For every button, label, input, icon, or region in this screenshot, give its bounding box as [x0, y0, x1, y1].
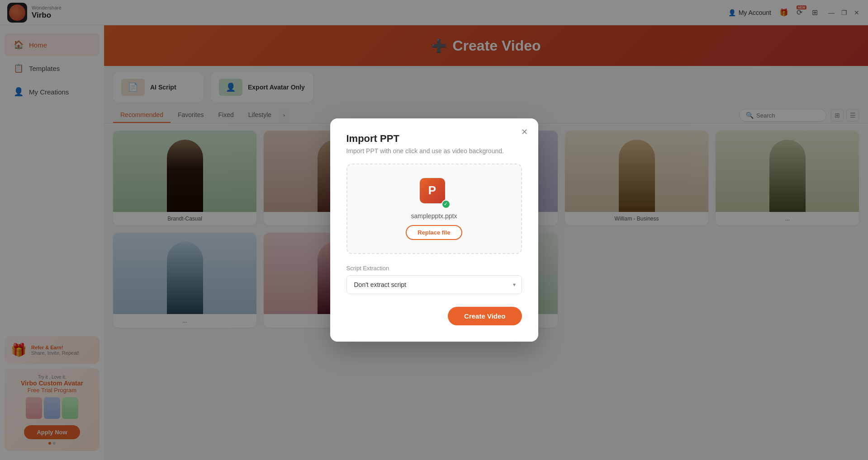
ppt-icon-main: P [420, 178, 445, 203]
ppt-icon: P ✓ [420, 178, 449, 207]
import-ppt-modal: ✕ Import PPT Import PPT with one click a… [330, 118, 538, 342]
file-name: samplepptx.pptx [411, 212, 457, 220]
modal-title: Import PPT [346, 133, 522, 145]
modal-close-button[interactable]: ✕ [518, 126, 531, 138]
script-extraction-label: Script Extraction [346, 265, 522, 272]
modal-overlay: ✕ Import PPT Import PPT with one click a… [0, 0, 868, 460]
script-select-wrapper: Don't extract script ▾ [346, 275, 522, 294]
create-video-button[interactable]: Create Video [448, 307, 522, 325]
ppt-check-icon: ✓ [441, 200, 451, 209]
file-drop-area[interactable]: P ✓ samplepptx.pptx Replace file [346, 164, 522, 254]
modal-actions: Create Video [346, 307, 522, 325]
script-extraction-select[interactable]: Don't extract script [346, 275, 522, 294]
modal-subtitle: Import PPT with one click and use as vid… [346, 147, 522, 155]
replace-file-button[interactable]: Replace file [406, 225, 462, 240]
